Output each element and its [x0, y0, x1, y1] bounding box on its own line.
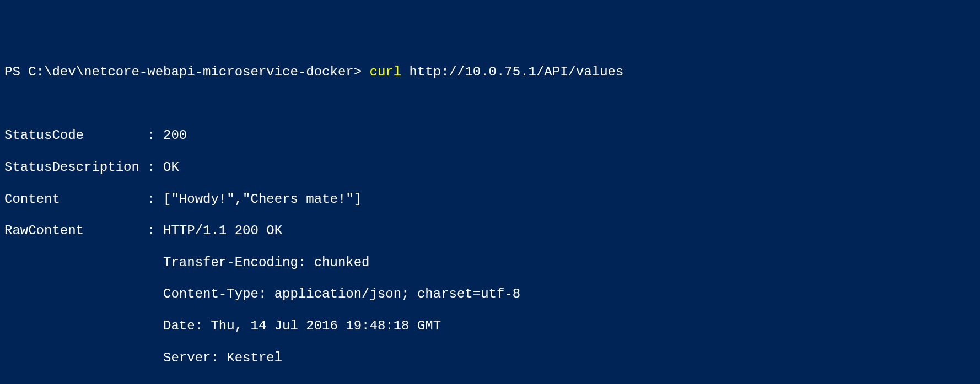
command-prompt-line[interactable]: PS C:\dev\netcore-webapi-microservice-do…: [4, 64, 976, 80]
raw-content-line-1: RawContent : HTTP/1.1 200 OK: [4, 223, 976, 239]
command-argument: http://10.0.75.1/API/values: [401, 64, 623, 79]
prompt-path: PS C:\dev\netcore-webapi-microservice-do…: [4, 64, 370, 79]
command-name: curl: [370, 64, 402, 79]
status-code-line: StatusCode : 200: [4, 128, 976, 144]
content-line: Content : ["Howdy!","Cheers mate!"]: [4, 192, 976, 208]
status-description-line: StatusDescription : OK: [4, 160, 976, 176]
raw-content-line-5: Server: Kestrel: [4, 350, 976, 366]
raw-content-line-3: Content-Type: application/json; charset=…: [4, 286, 976, 302]
raw-content-line-4: Date: Thu, 14 Jul 2016 19:48:18 GMT: [4, 318, 976, 334]
raw-content-line-2: Transfer-Encoding: chunked: [4, 255, 976, 271]
